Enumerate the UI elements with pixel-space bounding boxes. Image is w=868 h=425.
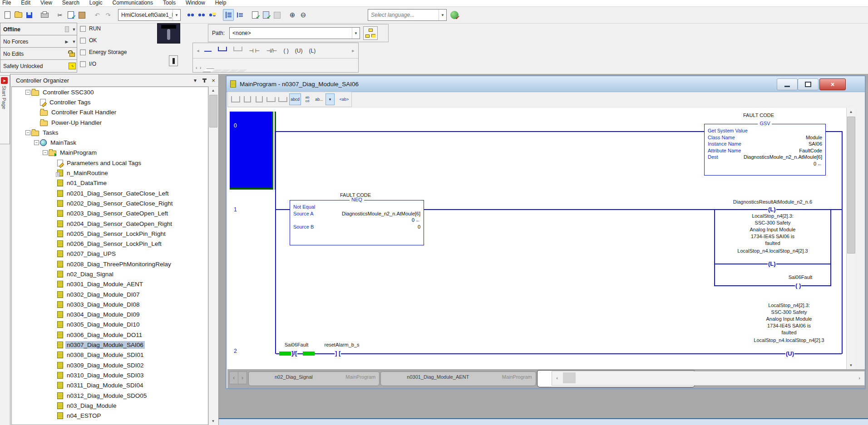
- new-button[interactable]: [2, 10, 12, 20]
- ladder-editor[interactable]: 0 FAULT CODE GSV Get System Value Class …: [227, 108, 846, 369]
- menu-item[interactable]: Search: [62, 0, 79, 6]
- editor-title-bar[interactable]: MainProgram - n0307_Diag_Module_SAI06: [227, 76, 865, 92]
- xio-instruction-icon[interactable]: ⊣/⊢: [266, 48, 277, 54]
- verify-routine-button[interactable]: [250, 10, 260, 20]
- tree-item[interactable]: − Controller SSC300: [12, 87, 208, 97]
- no-contact-icon[interactable]: ] [: [335, 350, 341, 357]
- mode-status[interactable]: Offline ▼: [0, 23, 77, 36]
- toggle-watch-button[interactable]: [235, 10, 245, 20]
- latch-coil-icon[interactable]: (L): [768, 206, 776, 213]
- xic-instruction-icon[interactable]: ⊣ ⊢: [249, 48, 260, 54]
- tree-item[interactable]: − n0203_Diag_Sensor_GateOpen_Left: [12, 209, 208, 219]
- toggle-tag-description-button[interactable]: abcd: [289, 93, 301, 105]
- copy-button[interactable]: [66, 10, 76, 20]
- rung-2-number[interactable]: 2: [234, 348, 237, 354]
- tree-item[interactable]: − n0302_Diag_Module_DI07: [12, 289, 208, 299]
- tag-description[interactable]: LocalStop_n4[2].3: SSC-300 Safety Analog…: [724, 213, 821, 247]
- chevron-down-icon[interactable]: ▼: [352, 28, 360, 39]
- pin-icon[interactable]: [200, 77, 208, 84]
- safety-status[interactable]: Safety Unlocked ∿: [0, 59, 77, 73]
- tree-item[interactable]: − n0205_Diag_Sensor_LockPin_Right: [12, 229, 208, 239]
- tree-item[interactable]: − n0206_Diag_Sensor_LockPin_Left: [12, 239, 208, 249]
- menu-item[interactable]: File: [2, 0, 11, 6]
- palette-scroll-left[interactable]: ◄: [195, 49, 201, 53]
- chevron-down-icon[interactable]: ▼: [71, 39, 77, 44]
- chevron-down-icon[interactable]: ▼: [173, 10, 180, 20]
- tree-item[interactable]: − n0202_Diag_Sensor_GateClose_Right: [12, 198, 208, 208]
- gsv-dest-value[interactable]: DiagnosticsMoule_n2_n.AtMoule[6]: [744, 154, 822, 161]
- toggle-wrap-button[interactable]: ab cd: [302, 94, 313, 105]
- minimize-button[interactable]: [777, 78, 798, 90]
- ote-instruction-icon[interactable]: ( ): [284, 48, 289, 54]
- tree-item[interactable]: − n0208_Diag_ThreePhMonitoringRelay: [12, 259, 208, 269]
- tab-start-page[interactable]: ➤ Start Page: [0, 75, 10, 144]
- tabs-prev-icon[interactable]: ‹: [229, 371, 238, 384]
- language-config-button[interactable]: [449, 10, 459, 20]
- menu-item[interactable]: Window: [186, 0, 205, 6]
- routine-tab[interactable]: n02_Diag_Signal MainProgram: [248, 371, 380, 386]
- scrollbar-thumb[interactable]: [563, 372, 576, 383]
- tree-item[interactable]: − Tasks: [12, 127, 208, 137]
- tree-item[interactable]: − n0310_Diag_Module_SDI03: [12, 370, 208, 380]
- tree-item[interactable]: − n0303_Diag_Module_DI08: [12, 299, 208, 309]
- palette-scroll-right[interactable]: ►: [350, 49, 356, 53]
- expander-icon[interactable]: −: [25, 90, 31, 95]
- routine-tab[interactable]: n0301_Diag_Module_AENT MainProgram: [380, 371, 536, 386]
- gsv-value[interactable]: Module: [806, 134, 822, 141]
- toggle-organizer-button[interactable]: [223, 9, 234, 21]
- ladder-vertical-scrollbar[interactable]: ▲ ▼: [846, 108, 856, 369]
- gsv-value[interactable]: FaultCode: [799, 147, 822, 154]
- verify-controller-button[interactable]: [261, 10, 271, 20]
- who-active-button[interactable]: [363, 26, 378, 40]
- organizer-scrollbar[interactable]: ▲ ▼: [208, 87, 217, 425]
- toggle-tag-name-button[interactable]: <ab>: [339, 94, 350, 105]
- tree-item[interactable]: − n0308_Diag_Module_SDI01: [12, 350, 208, 360]
- contact-tag[interactable]: resetAlarm_b_s: [317, 342, 367, 347]
- palette-tabs-next[interactable]: ›: [200, 65, 202, 70]
- neq-source-a[interactable]: DiagnosticsMoule_n2_n.AtMoule[6]: [342, 210, 420, 217]
- latch-coil-icon[interactable]: (L): [768, 260, 776, 267]
- tree-item[interactable]: − n02_Diag_Signal: [12, 269, 208, 279]
- nc-contact-icon[interactable]: ]/[: [291, 350, 297, 357]
- output-coil-icon[interactable]: ( ): [795, 282, 801, 289]
- expander-icon[interactable]: −: [43, 150, 48, 155]
- rung-0-comment[interactable]: FAULT CODE: [713, 112, 804, 119]
- scroll-right-icon[interactable]: ›: [855, 372, 864, 384]
- scroll-down-icon[interactable]: ▼: [847, 361, 855, 369]
- tree-item[interactable]: − n0312_Diag_Module_SDO05: [12, 391, 208, 401]
- print-button[interactable]: [39, 10, 49, 20]
- tree-item[interactable]: − n0306_Diag_Module_DO11: [12, 330, 208, 340]
- cut-button[interactable]: ✂: [55, 10, 65, 20]
- gsv-value[interactable]: SAI06: [809, 141, 822, 147]
- abbreviate-button[interactable]: ab...: [314, 94, 325, 105]
- ladder-horizontal-scrollbar[interactable]: ‹ ›: [552, 371, 865, 386]
- otl-instruction-icon[interactable]: (L): [309, 48, 316, 54]
- save-button[interactable]: [24, 10, 34, 20]
- close-button[interactable]: ×: [819, 78, 846, 90]
- find-prev-button[interactable]: [186, 10, 196, 20]
- find-in-routine-button[interactable]: [207, 10, 217, 20]
- gsv-instruction[interactable]: GSV Get System Value Class NameModule In…: [704, 124, 826, 176]
- tree-item[interactable]: − n0204_Diag_Sensor_GateOpen_Right: [12, 219, 208, 229]
- tree-item[interactable]: − n0311_Diag_Module_SDI04: [12, 381, 208, 391]
- expander-icon[interactable]: −: [34, 140, 39, 145]
- tree-item[interactable]: − Controller Fault Handler: [12, 107, 208, 117]
- tree-item[interactable]: − n03_Diag_Module: [12, 401, 208, 410]
- unlatch-coil-icon[interactable]: (U): [785, 350, 794, 357]
- coil-tag[interactable]: LocalStop_n4.localStop_n4[2].3: [715, 248, 830, 254]
- rung-1-number[interactable]: 1: [234, 206, 237, 213]
- menu-item[interactable]: Edit: [21, 0, 30, 6]
- menu-item[interactable]: View: [40, 0, 52, 6]
- coil-tag[interactable]: DiagnosticsResultAtModule_n2_n.6: [715, 199, 830, 205]
- open-button[interactable]: [13, 10, 23, 20]
- tree-item[interactable]: − Power-Up Handler: [12, 117, 208, 127]
- new-rung-icon[interactable]: [204, 46, 212, 52]
- restore-button[interactable]: [798, 78, 819, 90]
- path-combo[interactable]: <none> ▼: [229, 27, 360, 39]
- scroll-up-icon[interactable]: ▲: [209, 87, 217, 94]
- tabs-next-icon[interactable]: ›: [238, 371, 247, 384]
- tree-item[interactable]: − n0207_Diag_UPS: [12, 249, 208, 259]
- chevron-down-icon[interactable]: ▼: [326, 93, 335, 105]
- scrollbar-thumb[interactable]: [209, 95, 217, 127]
- tree-item[interactable]: − n0309_Diag_Module_SDI02: [12, 360, 208, 370]
